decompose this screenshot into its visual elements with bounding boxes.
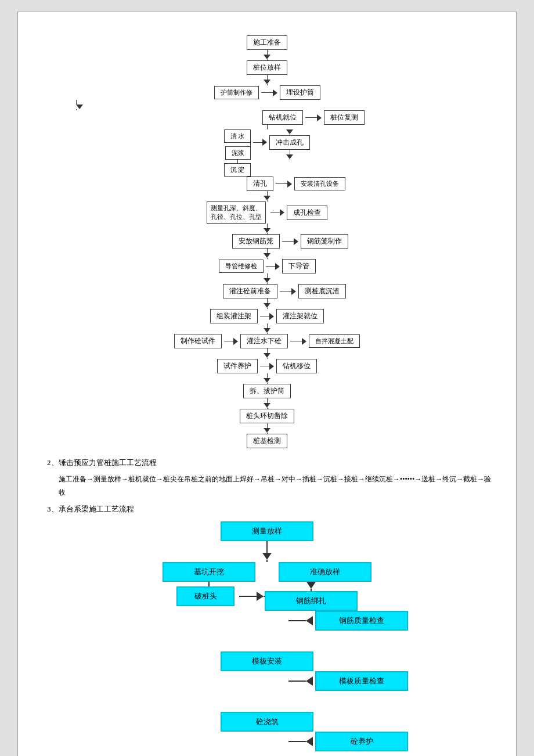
flowchart3: 测量放样 基坑开挖 准确放样 破桩头	[41, 521, 493, 756]
box-zhizuo: 制作砼试件	[174, 334, 222, 348]
box-daoguanweixiu: 导管维修检	[219, 260, 264, 273]
box-zuzhuangjiazhujia: 组装灌注架	[210, 309, 258, 323]
box3-pozhuantou: 破桩头	[176, 586, 234, 606]
box3-mubanzhiliangjianzha: 模板质量检查	[315, 671, 408, 691]
box-chenzheng: 沉 淀	[224, 163, 251, 177]
box-qingshui: 清 水	[224, 129, 251, 143]
box-cezhuidichenzha: 测桩底沉渣	[298, 284, 346, 298]
flowchart1: 施工准备 桩位放样 护筒制作修 埋设护筒 钻机就位	[41, 35, 493, 448]
box-chaibahuton: 拆、拔护筒	[243, 384, 291, 398]
box-nijiang: 泥浆	[225, 146, 251, 160]
box3-tongyanhu: 砼养护	[315, 732, 408, 751]
box-zhuanjijianzhe: 桩基检测	[247, 434, 287, 448]
box3-mubananzhuang: 模板安装	[221, 651, 313, 671]
page: 施工准备 桩位放样 护筒制作修 埋设护筒 钻机就位	[17, 12, 517, 756]
box3-gangjiinzhiliangjianzha: 钢筋质量检查	[315, 611, 408, 631]
box-zuanjiyiwei: 钻机移位	[276, 359, 317, 373]
box-anfanggangjin: 安放钢筋笼	[232, 234, 280, 249]
box-zhuantouhuanqie: 桩头环切凿除	[240, 409, 294, 423]
section3-heading-container: 3、承台系梁施工工艺流程	[47, 504, 493, 514]
box3-tongjiaozhu: 砼浇筑	[221, 712, 313, 732]
box-maishehuton: 埋设护筒	[280, 85, 320, 100]
box-guanzhujiajiu: 灌注架就位	[276, 309, 324, 323]
box-chengtongjianzha: 成孔检查	[287, 206, 327, 220]
box-hutongzhizuo: 护筒制作修	[214, 86, 259, 99]
box3-celiangfangyang: 测量放样	[221, 521, 313, 541]
box-zuanjijiu: 钻机就位	[262, 110, 303, 125]
section2-container: 2、锤击预应力管桩施工工艺流程 施工准备→测量放样→桩机就位→桩尖在吊桩之前的地…	[47, 458, 493, 499]
box-gangjiinzhizuo: 钢筋笼制作	[301, 234, 348, 249]
section3-heading: 3、承台系梁施工工艺流程	[47, 504, 493, 514]
box-chongjichengtong: 冲击成孔	[269, 135, 310, 150]
box-qingkong: 清孔	[247, 177, 273, 191]
box-zipinhunningtu: 自拌混凝土配	[309, 334, 360, 348]
box3-gangjiinbangzha: 钢筋绑扎	[265, 591, 358, 611]
box-shigongzhunbei: 施工准备	[247, 35, 287, 50]
box3-jikangkaijue: 基坑开挖	[163, 562, 255, 582]
box-zhuanweifuce: 桩位复测	[324, 110, 365, 125]
box-xiadaoguan: 下导管	[282, 259, 316, 273]
box-celiangkong: 测量孔深、斜度、孔径、孔位、孔型	[207, 201, 266, 224]
box-zhuanweifangyang: 桩位放样	[247, 60, 287, 75]
box-guanzhuqian: 灌注砼前准备	[223, 284, 277, 298]
section2-heading: 2、锤击预应力管桩施工工艺流程	[47, 458, 493, 468]
box-guanzhuixia: 灌注水下砼	[240, 334, 288, 348]
box-shijianyanhu: 试件养护	[217, 359, 258, 373]
box3-zhunquefangyang: 准确放样	[279, 562, 371, 582]
box-anzhuangqingkong: 安装清孔设备	[294, 177, 345, 190]
section2-text: 施工准备→测量放样→桩机就位→桩尖在吊桩之前的地面上焊好→吊桩→对中→插桩→沉桩…	[47, 473, 493, 499]
